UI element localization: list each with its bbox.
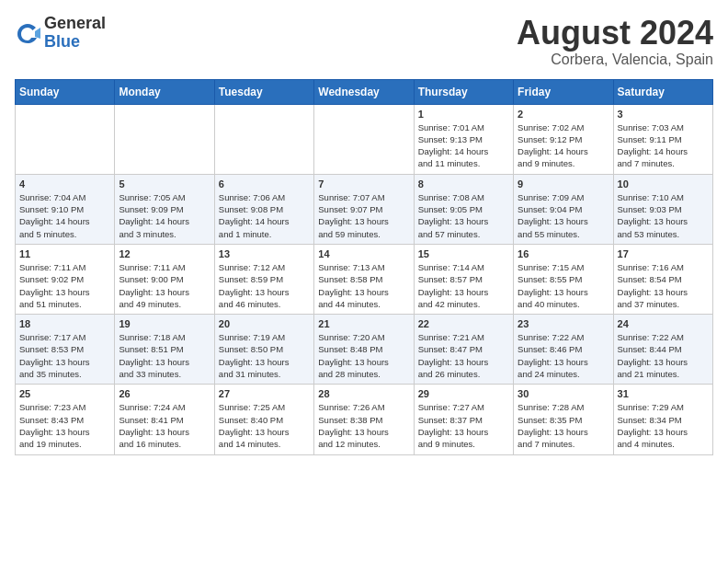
day-info: Sunrise: 7:23 AM Sunset: 8:43 PM Dayligh… — [19, 401, 110, 450]
page-header: General Blue August 2024 Corbera, Valenc… — [15, 15, 713, 68]
calendar-cell: 12Sunrise: 7:11 AM Sunset: 9:00 PM Dayli… — [115, 244, 214, 314]
calendar-cell: 23Sunrise: 7:22 AM Sunset: 8:46 PM Dayli… — [514, 315, 613, 385]
calendar-cell: 11Sunrise: 7:11 AM Sunset: 9:02 PM Dayli… — [16, 244, 115, 314]
day-number: 27 — [219, 388, 310, 399]
day-number: 29 — [418, 388, 509, 399]
day-number: 31 — [618, 388, 709, 399]
day-number: 18 — [19, 318, 110, 329]
calendar-cell: 2Sunrise: 7:02 AM Sunset: 9:12 PM Daylig… — [514, 104, 613, 174]
day-info: Sunrise: 7:10 AM Sunset: 9:03 PM Dayligh… — [618, 191, 709, 240]
day-info: Sunrise: 7:21 AM Sunset: 8:47 PM Dayligh… — [418, 331, 509, 380]
calendar-cell — [314, 104, 414, 174]
logo-blue-text: Blue — [44, 33, 106, 52]
calendar-cell: 31Sunrise: 7:29 AM Sunset: 8:34 PM Dayli… — [613, 385, 712, 454]
calendar-cell — [115, 104, 214, 174]
logo-icon — [15, 20, 40, 46]
day-number: 2 — [518, 109, 609, 120]
day-info: Sunrise: 7:07 AM Sunset: 9:07 PM Dayligh… — [318, 191, 409, 240]
day-number: 14 — [318, 248, 409, 259]
day-info: Sunrise: 7:13 AM Sunset: 8:58 PM Dayligh… — [318, 261, 409, 310]
day-number: 11 — [19, 248, 110, 259]
day-number: 21 — [318, 318, 409, 329]
calendar-cell: 29Sunrise: 7:27 AM Sunset: 8:37 PM Dayli… — [414, 385, 513, 454]
calendar-cell: 13Sunrise: 7:12 AM Sunset: 8:59 PM Dayli… — [214, 244, 313, 314]
calendar-cell: 27Sunrise: 7:25 AM Sunset: 8:40 PM Dayli… — [214, 385, 313, 454]
day-info: Sunrise: 7:22 AM Sunset: 8:46 PM Dayligh… — [518, 331, 609, 380]
calendar-cell: 16Sunrise: 7:15 AM Sunset: 8:55 PM Dayli… — [514, 244, 613, 314]
day-number: 25 — [19, 388, 110, 399]
day-info: Sunrise: 7:26 AM Sunset: 8:38 PM Dayligh… — [318, 401, 409, 450]
day-info: Sunrise: 7:08 AM Sunset: 9:05 PM Dayligh… — [418, 191, 509, 240]
calendar-cell: 3Sunrise: 7:03 AM Sunset: 9:11 PM Daylig… — [613, 104, 712, 174]
day-info: Sunrise: 7:03 AM Sunset: 9:11 PM Dayligh… — [618, 121, 709, 170]
day-number: 24 — [618, 318, 709, 329]
day-info: Sunrise: 7:19 AM Sunset: 8:50 PM Dayligh… — [219, 331, 310, 380]
day-number: 1 — [418, 109, 509, 120]
day-number: 19 — [119, 318, 210, 329]
calendar-cell: 8Sunrise: 7:08 AM Sunset: 9:05 PM Daylig… — [414, 174, 513, 244]
day-info: Sunrise: 7:18 AM Sunset: 8:51 PM Dayligh… — [119, 331, 210, 380]
day-info: Sunrise: 7:16 AM Sunset: 8:54 PM Dayligh… — [618, 261, 709, 310]
calendar-cell: 6Sunrise: 7:06 AM Sunset: 9:08 PM Daylig… — [214, 174, 313, 244]
day-number: 15 — [418, 248, 509, 259]
calendar-week-4: 18Sunrise: 7:17 AM Sunset: 8:53 PM Dayli… — [16, 315, 713, 385]
calendar-cell: 4Sunrise: 7:04 AM Sunset: 9:10 PM Daylig… — [16, 174, 115, 244]
calendar-cell — [214, 104, 313, 174]
day-info: Sunrise: 7:09 AM Sunset: 9:04 PM Dayligh… — [518, 191, 609, 240]
calendar-week-1: 1Sunrise: 7:01 AM Sunset: 9:13 PM Daylig… — [16, 104, 713, 174]
day-number: 28 — [318, 388, 409, 399]
day-info: Sunrise: 7:28 AM Sunset: 8:35 PM Dayligh… — [518, 401, 609, 450]
day-number: 12 — [119, 248, 210, 259]
calendar-cell: 19Sunrise: 7:18 AM Sunset: 8:51 PM Dayli… — [115, 315, 214, 385]
calendar-cell: 7Sunrise: 7:07 AM Sunset: 9:07 PM Daylig… — [314, 174, 414, 244]
calendar-cell: 18Sunrise: 7:17 AM Sunset: 8:53 PM Dayli… — [16, 315, 115, 385]
day-header-tuesday: Tuesday — [214, 79, 313, 104]
calendar-cell: 28Sunrise: 7:26 AM Sunset: 8:38 PM Dayli… — [314, 385, 414, 454]
day-number: 23 — [518, 318, 609, 329]
logo: General Blue — [15, 15, 106, 52]
day-number: 4 — [19, 178, 110, 190]
calendar-title: August 2024 — [517, 15, 713, 52]
day-info: Sunrise: 7:11 AM Sunset: 9:02 PM Dayligh… — [19, 261, 110, 310]
calendar-cell: 17Sunrise: 7:16 AM Sunset: 8:54 PM Dayli… — [613, 244, 712, 314]
logo-general-text: General — [44, 15, 106, 33]
calendar-cell: 15Sunrise: 7:14 AM Sunset: 8:57 PM Dayli… — [414, 244, 513, 314]
day-header-monday: Monday — [115, 79, 214, 104]
calendar-body: 1Sunrise: 7:01 AM Sunset: 9:13 PM Daylig… — [16, 104, 713, 454]
day-header-thursday: Thursday — [414, 79, 513, 104]
day-info: Sunrise: 7:27 AM Sunset: 8:37 PM Dayligh… — [418, 401, 509, 450]
day-number: 22 — [418, 318, 509, 329]
calendar-cell: 26Sunrise: 7:24 AM Sunset: 8:41 PM Dayli… — [115, 385, 214, 454]
calendar-cell: 30Sunrise: 7:28 AM Sunset: 8:35 PM Dayli… — [514, 385, 613, 454]
calendar-cell: 10Sunrise: 7:10 AM Sunset: 9:03 PM Dayli… — [613, 174, 712, 244]
day-number: 30 — [518, 388, 609, 399]
day-number: 6 — [219, 178, 310, 190]
day-info: Sunrise: 7:01 AM Sunset: 9:13 PM Dayligh… — [418, 121, 509, 170]
day-info: Sunrise: 7:04 AM Sunset: 9:10 PM Dayligh… — [19, 191, 110, 240]
day-info: Sunrise: 7:11 AM Sunset: 9:00 PM Dayligh… — [119, 261, 210, 310]
calendar-cell: 21Sunrise: 7:20 AM Sunset: 8:48 PM Dayli… — [314, 315, 414, 385]
day-number: 8 — [418, 178, 509, 190]
day-number: 5 — [119, 178, 210, 190]
logo-text: General Blue — [44, 15, 106, 52]
day-number: 9 — [518, 178, 609, 190]
day-info: Sunrise: 7:12 AM Sunset: 8:59 PM Dayligh… — [219, 261, 310, 310]
calendar-cell: 5Sunrise: 7:05 AM Sunset: 9:09 PM Daylig… — [115, 174, 214, 244]
calendar-cell: 20Sunrise: 7:19 AM Sunset: 8:50 PM Dayli… — [214, 315, 313, 385]
calendar-header: SundayMondayTuesdayWednesdayThursdayFrid… — [16, 79, 713, 104]
calendar-subtitle: Corbera, Valencia, Spain — [517, 52, 713, 68]
day-number: 7 — [318, 178, 409, 190]
day-info: Sunrise: 7:15 AM Sunset: 8:55 PM Dayligh… — [518, 261, 609, 310]
day-info: Sunrise: 7:17 AM Sunset: 8:53 PM Dayligh… — [19, 331, 110, 380]
title-block: August 2024 Corbera, Valencia, Spain — [517, 15, 713, 68]
day-info: Sunrise: 7:05 AM Sunset: 9:09 PM Dayligh… — [119, 191, 210, 240]
day-info: Sunrise: 7:14 AM Sunset: 8:57 PM Dayligh… — [418, 261, 509, 310]
calendar-cell: 1Sunrise: 7:01 AM Sunset: 9:13 PM Daylig… — [414, 104, 513, 174]
calendar-week-3: 11Sunrise: 7:11 AM Sunset: 9:02 PM Dayli… — [16, 244, 713, 314]
day-header-saturday: Saturday — [613, 79, 712, 104]
day-number: 3 — [618, 109, 709, 120]
day-info: Sunrise: 7:22 AM Sunset: 8:44 PM Dayligh… — [618, 331, 709, 380]
calendar-table: SundayMondayTuesdayWednesdayThursdayFrid… — [15, 79, 713, 455]
day-info: Sunrise: 7:02 AM Sunset: 9:12 PM Dayligh… — [518, 121, 609, 170]
day-info: Sunrise: 7:25 AM Sunset: 8:40 PM Dayligh… — [219, 401, 310, 450]
